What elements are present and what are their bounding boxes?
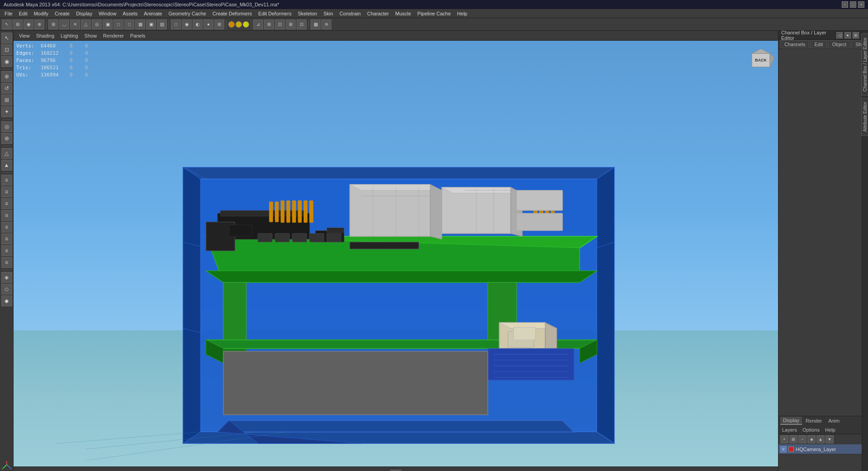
left-tool-layer6[interactable]: ≡	[1, 233, 12, 244]
rs-tab-attribute-editor[interactable]: Attribute Editor	[861, 98, 868, 136]
rp-icon-back[interactable]: ◁	[836, 32, 843, 38]
snap-grid[interactable]: ⊞	[48, 19, 58, 29]
snap-8[interactable]: ▣	[146, 19, 156, 29]
close-button[interactable]: ×	[858, 1, 864, 8]
snap-curve[interactable]: ◡	[59, 19, 69, 29]
layer-move-up-btn[interactable]: ▲	[816, 435, 825, 443]
display-shaded[interactable]: ●	[203, 19, 213, 29]
left-tool-rotate[interactable]: ↺	[1, 83, 12, 94]
tool-playblast[interactable]: ⊡	[297, 19, 307, 29]
tool-lasso[interactable]: ⊞	[13, 19, 23, 29]
left-tool-paint-attr[interactable]: ▲	[1, 160, 12, 171]
snap-view-plane[interactable]: ▣	[103, 19, 113, 29]
snap-7[interactable]: ▦	[135, 19, 145, 29]
left-tool-misc2[interactable]: ◇	[1, 284, 12, 295]
tool-render[interactable]: ⊿	[253, 19, 263, 29]
menu-character[interactable]: Character	[364, 10, 392, 17]
snap-9[interactable]: ▨	[157, 19, 167, 29]
rp-icon-dot[interactable]: ●	[844, 32, 851, 38]
left-tool-layer5[interactable]: ≡	[1, 222, 12, 233]
menu-pipeline-cache[interactable]: Pipeline Cache	[415, 10, 453, 17]
menu-assets[interactable]: Assets	[120, 10, 140, 17]
snap-point[interactable]: ✕	[70, 19, 80, 29]
layer-menu-layers[interactable]: Layers	[780, 427, 799, 433]
menu-edit[interactable]: Edit	[16, 10, 30, 17]
display-wireframe[interactable]: □	[171, 19, 181, 29]
left-tool-show-manip[interactable]: ⊛	[1, 133, 12, 144]
viewport-canvas[interactable]: Verts: 64460 0 0 Edges: 168212 0 0 Faces…	[14, 41, 778, 466]
menu-edit-deformers[interactable]: Edit Deformers	[255, 10, 294, 17]
tool-ipr[interactable]: ⊞	[286, 19, 296, 29]
layer-tab-render[interactable]: Render	[803, 417, 825, 424]
light-color-2[interactable]	[236, 21, 242, 28]
menu-help[interactable]: Help	[454, 10, 470, 17]
tab-object[interactable]: Object	[828, 40, 850, 48]
menu-skin[interactable]: Skin	[321, 10, 335, 17]
layer-tab-display[interactable]: Display	[780, 417, 802, 425]
menu-modify[interactable]: Modify	[31, 10, 51, 17]
light-color-1[interactable]	[228, 21, 235, 28]
vp-menu-view[interactable]: View	[16, 33, 33, 39]
vp-menu-lighting[interactable]: Lighting	[58, 33, 81, 39]
layer-row[interactable]: V HQCamera_Layer	[778, 444, 862, 454]
menu-window[interactable]: Window	[96, 10, 119, 17]
left-tool-universal[interactable]: ✦	[1, 106, 12, 117]
tab-edit[interactable]: Edit	[810, 40, 827, 48]
layer-new-empty-btn[interactable]: ⊞	[789, 435, 797, 443]
tab-channels[interactable]: Channels	[780, 40, 809, 48]
left-tool-layer[interactable]: ≡	[1, 175, 12, 186]
menu-create-deformers[interactable]: Create Deformers	[210, 10, 255, 17]
left-tool-layer3[interactable]: ≡	[1, 198, 12, 209]
layer-visibility-toggle[interactable]: V	[780, 446, 787, 452]
left-tool-misc3[interactable]: ◆	[1, 295, 12, 306]
left-tool-layer4[interactable]: ≡	[1, 210, 12, 221]
menu-geometry-cache[interactable]: Geometry Cache	[166, 10, 209, 17]
menu-constrain[interactable]: Constrain	[337, 10, 363, 17]
display-smooth[interactable]: ◉	[182, 19, 192, 29]
rp-icon-grid[interactable]: ⊞	[853, 32, 859, 38]
left-tool-soft-select[interactable]: ◎	[1, 121, 12, 132]
vp-menu-panels[interactable]: Panels	[127, 33, 148, 39]
display-lit[interactable]: ◐	[193, 19, 203, 29]
left-tool-misc1[interactable]: ◈	[1, 272, 12, 283]
left-tool-select[interactable]: ↖	[1, 33, 12, 43]
rs-tab-channel-box[interactable]: Channel Box / Layer Editor	[861, 33, 868, 96]
menu-muscle[interactable]: Muscle	[392, 10, 414, 17]
left-tool-sculpt[interactable]: △	[1, 148, 12, 159]
minimize-button[interactable]: −	[842, 1, 848, 8]
maximize-button[interactable]: □	[850, 1, 856, 8]
tool-graph[interactable]: ≋	[321, 19, 331, 29]
vp-menu-show[interactable]: Show	[82, 33, 100, 39]
tool-uv[interactable]: ▦	[311, 19, 321, 29]
vp-menu-shading[interactable]: Shading	[33, 33, 57, 39]
tool-select-arrow[interactable]: ↖	[2, 19, 12, 29]
menu-create[interactable]: Create	[52, 10, 72, 17]
snap-surface[interactable]: △	[81, 19, 91, 29]
tool-cam[interactable]: ⊞	[264, 19, 274, 29]
snap-5[interactable]: □	[113, 19, 123, 29]
menu-animate[interactable]: Animate	[141, 10, 165, 17]
menu-skeleton[interactable]: Skeleton	[295, 10, 320, 17]
left-tool-layer2[interactable]: ≡	[1, 186, 12, 197]
tool-paint[interactable]: ◉	[24, 19, 33, 29]
layer-menu-options[interactable]: Options	[801, 427, 821, 433]
vp-menu-renderer[interactable]: Renderer	[100, 33, 127, 39]
light-color-3[interactable]	[243, 21, 249, 28]
layer-select-btn[interactable]: ◈	[807, 435, 816, 443]
display-bbox[interactable]: ⊞	[214, 19, 224, 29]
left-tool-layer7[interactable]: ≡	[1, 245, 12, 256]
menu-file[interactable]: File	[2, 10, 15, 17]
left-tool-move[interactable]: ⊕	[1, 71, 12, 82]
left-tool-scale[interactable]: ⊞	[1, 95, 12, 105]
layer-color-box[interactable]	[788, 447, 794, 452]
layer-move-down-btn[interactable]: ▼	[826, 435, 834, 443]
left-tool-paint-select[interactable]: ◉	[1, 56, 12, 67]
layer-new-btn[interactable]: +	[780, 435, 788, 443]
tool-snapshot[interactable]: ⊡	[275, 19, 285, 29]
tool-move[interactable]: ⊕	[34, 19, 44, 29]
menu-display[interactable]: Display	[73, 10, 95, 17]
left-tool-lasso[interactable]: ⊡	[1, 44, 12, 55]
layer-menu-help[interactable]: Help	[823, 427, 837, 433]
layer-delete-btn[interactable]: −	[798, 435, 807, 443]
nav-cube[interactable]: BACK	[747, 44, 774, 71]
